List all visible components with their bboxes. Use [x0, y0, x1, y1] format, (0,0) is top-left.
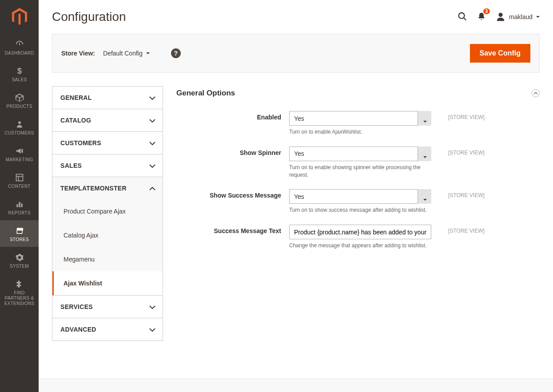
admin-sidebar: DASHBOARD $ SALES PRODUCTS CUSTOMERS MAR… — [0, 0, 39, 392]
layout-icon — [15, 173, 24, 182]
success-text-input[interactable] — [289, 225, 431, 239]
svg-line-9 — [464, 17, 466, 20]
store-view-bar: Store View: Default Config ? Save Config — [52, 34, 540, 73]
sidebar-item-reports[interactable]: REPORTS — [0, 194, 39, 220]
chevron-down-icon — [149, 303, 155, 310]
page-title: Configuration — [52, 10, 458, 24]
svg-rect-7 — [21, 203, 22, 207]
config-nav-item-megamenu[interactable]: Megamenu — [52, 247, 163, 271]
field-hint: Turn on to enable AjaxWishlist. — [289, 128, 431, 136]
field-scope: [STORE VIEW] — [431, 189, 485, 198]
chevron-down-icon — [146, 52, 150, 54]
svg-point-8 — [459, 12, 465, 18]
search-icon[interactable] — [458, 12, 467, 23]
box-icon — [15, 93, 24, 103]
config-nav-advanced[interactable]: ADVANCED — [52, 318, 163, 341]
field-show-success: Show Success Message Yes Turn on to show… — [176, 184, 540, 219]
config-nav-sales[interactable]: SALES — [52, 154, 163, 177]
username: maklaud — [509, 13, 533, 20]
sidebar-item-stores[interactable]: STORES — [0, 220, 39, 247]
svg-point-10 — [498, 13, 502, 17]
field-scope: [STORE VIEW] — [431, 225, 485, 234]
field-enabled: Enabled Yes Turn on to enable AjaxWishli… — [176, 106, 540, 141]
sidebar-item-system[interactable]: SYSTEM — [0, 247, 39, 273]
section-header-general-options[interactable]: General Options — [176, 86, 540, 106]
config-nav-item-product-compare-ajax[interactable]: Product Compare Ajax — [52, 199, 163, 223]
field-label: Show Success Message — [176, 189, 289, 199]
sidebar-item-products[interactable]: PRODUCTS — [0, 87, 39, 114]
chevron-down-icon — [149, 139, 155, 147]
sidebar-item-dashboard[interactable]: DASHBOARD — [0, 34, 39, 60]
field-label: Success Message Text — [176, 225, 289, 234]
config-main: General Options Enabled Yes Turn on to e… — [176, 86, 540, 361]
megaphone-icon — [15, 146, 24, 156]
chevron-down-icon — [149, 162, 155, 169]
content-row: GENERAL CATALOG CUSTOMERS SALES TEMPLATE… — [39, 73, 553, 379]
svg-rect-5 — [16, 204, 18, 207]
svg-text:$: $ — [17, 67, 21, 75]
show-success-select[interactable]: Yes — [289, 189, 431, 204]
magento-logo[interactable] — [0, 0, 39, 34]
dashboard-icon — [15, 40, 24, 49]
sidebar-item-partners[interactable]: FIND PARTNERS & EXTENSIONS — [0, 273, 39, 311]
config-nav-services[interactable]: SERVICES — [52, 295, 163, 318]
svg-rect-6 — [19, 202, 20, 207]
store-view-label: Store View: — [61, 50, 95, 57]
field-label: Enabled — [176, 111, 289, 121]
sidebar-item-customers[interactable]: CUSTOMERS — [0, 114, 39, 140]
sidebar-item-marketing[interactable]: MARKETING — [0, 140, 39, 167]
config-nav-customers[interactable]: CUSTOMERS — [52, 131, 163, 154]
help-icon[interactable]: ? — [171, 48, 181, 58]
bar-chart-icon — [15, 199, 24, 209]
field-hint: Turn on to enable showing spinner while … — [289, 164, 431, 179]
page-header: Configuration 3 maklaud — [39, 0, 553, 34]
svg-point-1 — [18, 121, 21, 124]
main-content: Configuration 3 maklaud Store View: Defa… — [39, 0, 553, 392]
chevron-down-icon — [149, 94, 155, 101]
page-footer — [39, 379, 553, 392]
notifications-icon[interactable]: 3 — [477, 12, 486, 23]
store-view-value: Default Config — [103, 50, 143, 57]
field-success-text: Success Message Text Change the message … — [176, 219, 540, 255]
chevron-down-icon — [149, 117, 155, 124]
config-nav-general[interactable]: GENERAL — [52, 86, 163, 109]
person-icon — [16, 119, 24, 129]
field-scope: [STORE VIEW] — [431, 111, 485, 120]
field-show-spinner: Show Spinner Yes Turn on to enable showi… — [176, 141, 540, 184]
dollar-icon: $ — [16, 66, 24, 76]
store-view-select[interactable]: Default Config — [103, 50, 150, 57]
svg-rect-2 — [16, 174, 23, 181]
save-config-button[interactable]: Save Config — [470, 44, 530, 63]
puzzle-icon — [15, 279, 24, 289]
chevron-down-icon — [149, 326, 155, 333]
field-hint: Turn on to show success message after ad… — [289, 206, 431, 214]
config-nav: GENERAL CATALOG CUSTOMERS SALES TEMPLATE… — [52, 86, 163, 361]
section-title: General Options — [176, 89, 532, 98]
sidebar-item-sales[interactable]: $ SALES — [0, 60, 39, 87]
collapse-icon — [532, 89, 540, 97]
show-spinner-select[interactable]: Yes — [289, 147, 431, 161]
gear-icon — [15, 253, 24, 262]
field-label: Show Spinner — [176, 147, 289, 156]
sidebar-item-content[interactable]: CONTENT — [0, 167, 39, 194]
user-icon — [496, 12, 505, 22]
config-nav-item-catalog-ajax[interactable]: Catalog Ajax — [52, 223, 163, 247]
chevron-down-icon — [536, 16, 540, 18]
config-nav-catalog[interactable]: CATALOG — [52, 109, 163, 131]
config-nav-templatemonster: TEMPLATEMONSTER Product Compare Ajax Cat… — [52, 177, 163, 295]
field-scope: [STORE VIEW] — [431, 147, 485, 156]
store-icon — [15, 226, 24, 236]
user-menu[interactable]: maklaud — [496, 12, 540, 22]
notifications-badge: 3 — [483, 8, 490, 14]
config-nav-item-ajax-wishlist[interactable]: Ajax Wishlist — [52, 271, 163, 295]
config-nav-templatemonster-header[interactable]: TEMPLATEMONSTER — [52, 177, 163, 199]
enabled-select[interactable]: Yes — [289, 111, 431, 126]
field-hint: Change the message that appears after ad… — [289, 242, 431, 249]
header-actions: 3 maklaud — [458, 12, 540, 23]
chevron-up-icon — [149, 185, 155, 192]
